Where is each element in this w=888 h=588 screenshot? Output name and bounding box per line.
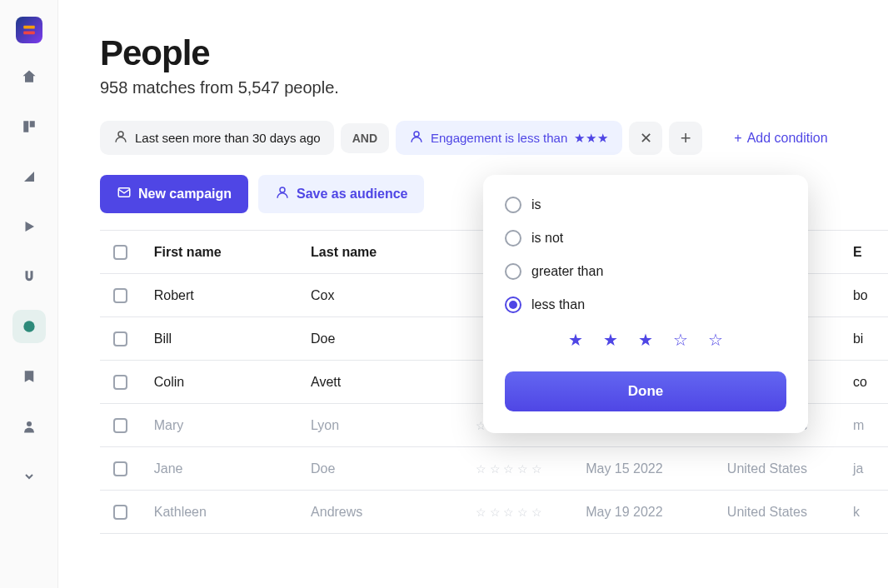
filter-popover: is is not greater than less than ★ ★ ★ ☆… xyxy=(483,175,808,433)
star-4[interactable]: ☆ xyxy=(673,330,688,350)
row-checkbox[interactable] xyxy=(113,375,127,390)
radio-icon xyxy=(505,296,521,313)
page-title: People xyxy=(100,33,888,73)
plus-icon: + xyxy=(734,131,741,146)
filter-star-value: ★★★ xyxy=(574,131,609,146)
radio-less-than[interactable]: less than xyxy=(505,296,786,313)
svg-point-7 xyxy=(414,132,419,137)
sidebar xyxy=(0,0,58,588)
cell-country: United States xyxy=(714,461,840,476)
svg-point-5 xyxy=(27,421,32,426)
cell-extra: co xyxy=(840,375,888,390)
filter-join[interactable]: AND xyxy=(341,123,389,153)
person-icon xyxy=(409,129,424,147)
svg-rect-1 xyxy=(23,32,35,35)
cell-engagement: ☆ ☆ ☆ ☆ ☆ xyxy=(462,506,572,519)
cell-last-name: Andrews xyxy=(297,505,462,520)
radio-icon xyxy=(505,197,521,213)
table-row[interactable]: JaneDoe☆ ☆ ☆ ☆ ☆May 15 2022United States… xyxy=(100,447,888,491)
svg-rect-0 xyxy=(23,26,35,29)
add-condition-label: Add condition xyxy=(747,131,828,146)
mail-icon xyxy=(117,185,132,203)
remove-filter-button[interactable]: ✕ xyxy=(629,122,662,155)
radio-is-not[interactable]: is not xyxy=(505,230,786,247)
filter-condition-2-label: Engagement is less than xyxy=(431,131,567,145)
col-last-name[interactable]: Last name xyxy=(297,245,462,260)
cell-first-name: Mary xyxy=(141,418,297,433)
cell-date: May 15 2022 xyxy=(572,461,714,476)
nav-analytics-icon[interactable] xyxy=(12,160,46,193)
app-logo xyxy=(16,17,42,43)
nav-people-icon[interactable] xyxy=(12,310,46,343)
cell-last-name: Doe xyxy=(297,461,462,476)
filter-condition-2[interactable]: Engagement is less than ★★★ xyxy=(396,121,622,155)
table-row[interactable]: KathleenAndrews☆ ☆ ☆ ☆ ☆May 19 2022Unite… xyxy=(100,491,888,534)
col-first-name[interactable]: First name xyxy=(141,245,297,260)
cell-extra: k xyxy=(840,505,888,520)
select-all-checkbox[interactable] xyxy=(113,245,127,260)
svg-rect-2 xyxy=(23,121,28,132)
radio-icon xyxy=(505,263,521,280)
nav-play-icon[interactable] xyxy=(12,210,46,243)
done-button[interactable]: Done xyxy=(505,371,786,411)
star-2[interactable]: ★ xyxy=(603,330,618,350)
add-filter-button[interactable]: + xyxy=(669,122,702,155)
cell-date: May 19 2022 xyxy=(572,505,714,520)
cell-last-name: Doe xyxy=(297,331,462,346)
star-5[interactable]: ☆ xyxy=(708,330,723,350)
add-condition-link[interactable]: + Add condition xyxy=(734,131,827,146)
cell-country: United States xyxy=(714,505,840,520)
row-checkbox[interactable] xyxy=(113,505,127,520)
filter-condition-1-label: Last seen more than 30 days ago xyxy=(135,131,321,145)
star-1[interactable]: ★ xyxy=(568,330,583,350)
person-icon xyxy=(113,129,128,147)
col-extra[interactable]: E xyxy=(840,245,888,260)
cell-first-name: Colin xyxy=(141,375,297,390)
radio-is[interactable]: is xyxy=(505,197,786,213)
nav-magnet-icon[interactable] xyxy=(12,260,46,293)
cell-first-name: Robert xyxy=(141,288,297,303)
cell-first-name: Kathleen xyxy=(141,505,297,520)
svg-point-9 xyxy=(280,187,285,192)
cell-extra: m xyxy=(840,418,888,433)
cell-last-name: Cox xyxy=(297,288,462,303)
page-subtitle: 958 matches from 5,547 people. xyxy=(100,78,888,97)
save-audience-button[interactable]: Save as audience xyxy=(258,175,424,213)
row-checkbox[interactable] xyxy=(113,331,127,346)
nav-bookmark-icon[interactable] xyxy=(12,360,46,393)
nav-home-icon[interactable] xyxy=(12,60,46,93)
cell-first-name: Bill xyxy=(141,331,297,346)
new-campaign-label: New campaign xyxy=(138,187,232,202)
filter-bar: Last seen more than 30 days ago AND Enga… xyxy=(100,121,888,155)
save-audience-label: Save as audience xyxy=(297,187,407,202)
radio-greater-than[interactable]: greater than xyxy=(505,263,786,280)
row-checkbox[interactable] xyxy=(113,288,127,303)
nav-dashboard-icon[interactable] xyxy=(12,110,46,143)
filter-condition-1[interactable]: Last seen more than 30 days ago xyxy=(100,121,334,155)
svg-rect-3 xyxy=(29,121,34,127)
cell-engagement: ☆ ☆ ☆ ☆ ☆ xyxy=(462,462,572,476)
cell-extra: ja xyxy=(840,461,888,476)
cell-last-name: Avett xyxy=(297,375,462,390)
cell-extra: bi xyxy=(840,331,888,346)
svg-point-4 xyxy=(23,321,34,331)
star-picker: ★ ★ ★ ☆ ☆ xyxy=(505,330,786,350)
cell-last-name: Lyon xyxy=(297,418,462,433)
svg-point-6 xyxy=(118,132,123,137)
new-campaign-button[interactable]: New campaign xyxy=(100,175,248,213)
radio-icon xyxy=(505,230,521,247)
star-3[interactable]: ★ xyxy=(638,330,653,350)
cell-first-name: Jane xyxy=(141,461,297,476)
nav-profile-icon[interactable] xyxy=(12,410,46,443)
person-icon xyxy=(275,185,290,203)
row-checkbox[interactable] xyxy=(113,418,127,433)
cell-extra: bo xyxy=(840,288,888,303)
main-content: People 958 matches from 5,547 people. La… xyxy=(58,0,888,588)
row-checkbox[interactable] xyxy=(113,461,127,476)
nav-more-icon[interactable] xyxy=(12,460,46,493)
